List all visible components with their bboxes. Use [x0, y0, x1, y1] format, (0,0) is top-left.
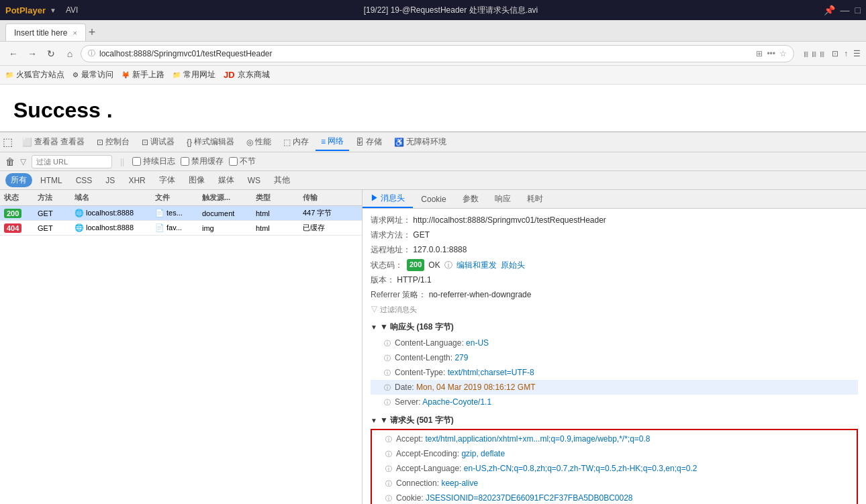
- type-ws-button[interactable]: WS: [242, 174, 266, 187]
- header-name: Date:: [395, 381, 414, 393]
- sync-icon[interactable]: ↑: [844, 49, 848, 58]
- bookmark-label: 最常访问: [81, 69, 113, 81]
- network-types-bar: 所有 HTML CSS JS XHR 字体 图像 媒体 WS 其他: [0, 171, 866, 190]
- devtools-tab-storage[interactable]: 🗄 存储: [350, 134, 387, 150]
- star-icon[interactable]: ☆: [779, 49, 787, 58]
- header-value: gzip, deflate: [459, 448, 505, 460]
- menu-icon[interactable]: ☰: [853, 49, 861, 58]
- devtools-tab-inspector[interactable]: ⬜ 查看器查看器: [17, 134, 90, 150]
- method-cell-404: GET: [34, 224, 70, 232]
- response-headers-section[interactable]: ▼ 响应头 (168 字节): [371, 321, 858, 333]
- type-image-button[interactable]: 图像: [183, 173, 210, 187]
- devtools-tab-console[interactable]: ⊡ 控制台: [91, 134, 135, 150]
- domain-text: localhost:8888: [86, 209, 134, 217]
- version-value: HTTP/1.1: [397, 275, 431, 285]
- back-button[interactable]: ←: [5, 46, 21, 62]
- req-header-connection: ⓘ Connection: keep-alive: [372, 476, 857, 491]
- minimize-button[interactable]: —: [840, 5, 850, 15]
- type-cell-404: html: [252, 224, 299, 232]
- pin-button[interactable]: 📌: [824, 5, 835, 15]
- clear-requests-icon[interactable]: 🗑: [5, 156, 15, 167]
- extensions-icon[interactable]: ⫼⫼⫼: [802, 49, 826, 58]
- type-html-button[interactable]: HTML: [35, 174, 68, 187]
- title-bar-dropdown-icon[interactable]: ▼: [50, 7, 56, 14]
- request-url-value: http://localhost:8888/Springmvc01/testRe…: [413, 215, 606, 225]
- file-icon: 📄: [155, 209, 164, 217]
- raw-head-button[interactable]: 原始头: [501, 259, 525, 272]
- network-panel: 状态 方法 域名 文件 触发源... 类型 传输 200 GET 🌐: [0, 190, 866, 504]
- method-cell: GET: [34, 209, 70, 217]
- type-media-button[interactable]: 媒体: [213, 173, 240, 187]
- bookmark-firefox-official[interactable]: 📁 火狐官方站点: [5, 69, 64, 81]
- devtools-tab-debugger[interactable]: ⊡ 调试器: [136, 134, 180, 150]
- status-badge-200: 200: [4, 209, 21, 218]
- header-name: Content-Language:: [395, 337, 464, 349]
- bookmark-frequent[interactable]: ⚙ 最常访问: [73, 69, 113, 81]
- refresh-button[interactable]: ↻: [43, 46, 59, 62]
- header-value: Apache-Coyote/1.1: [421, 396, 491, 408]
- tab-close-button[interactable]: ×: [73, 29, 77, 37]
- more-icon[interactable]: •••: [767, 49, 775, 58]
- bookmark-label: 新手上路: [132, 69, 164, 81]
- header-name: Cookie:: [396, 492, 424, 504]
- separator: ||: [120, 157, 124, 166]
- detail-panel: ▶ 消息头 Cookie 参数 响应 耗时 请求网址： http://local…: [363, 190, 866, 504]
- browser-tab[interactable]: Insert title here ×: [5, 23, 86, 41]
- detail-tabs: ▶ 消息头 Cookie 参数 响应 耗时: [363, 190, 866, 209]
- console-icon: ⊡: [97, 138, 103, 147]
- request-method-row: 请求方法： GET: [371, 229, 858, 242]
- detail-tab-cookie[interactable]: Cookie: [413, 192, 454, 207]
- type-xhr-button[interactable]: XHR: [123, 174, 150, 187]
- header-value: keep-alive: [439, 477, 478, 489]
- success-heading: Success .: [13, 98, 853, 123]
- type-cell: html: [252, 209, 299, 217]
- type-css-button[interactable]: CSS: [70, 174, 98, 187]
- bookmark-jingdong[interactable]: JD 京东商城: [224, 69, 270, 81]
- headers-label: 消息头: [381, 193, 405, 203]
- potplayer-logo[interactable]: PotPlayer: [5, 5, 46, 15]
- persist-log-label: 持续日志: [132, 156, 175, 167]
- type-other-button[interactable]: 其他: [269, 173, 295, 187]
- disable-cache-checkbox[interactable]: [181, 157, 189, 166]
- detail-tab-response[interactable]: 响应: [487, 191, 519, 207]
- home-button[interactable]: ⌂: [62, 46, 78, 62]
- devtools-inspect-icon[interactable]: ⬚: [3, 136, 13, 148]
- col-header-transfer: 传输: [299, 193, 352, 203]
- tabs-icon[interactable]: ⊡: [832, 49, 838, 58]
- bookmark-label: 常用网址: [183, 69, 215, 81]
- type-js-button[interactable]: JS: [100, 174, 120, 187]
- status-info-icon[interactable]: ⓘ: [444, 259, 452, 272]
- detail-tab-timing[interactable]: 耗时: [519, 191, 551, 207]
- devtools-tab-style-editor[interactable]: {} 样式编辑器: [181, 134, 240, 150]
- forward-button[interactable]: →: [24, 46, 40, 62]
- devtools-tab-performance[interactable]: ◎ 性能: [241, 134, 277, 150]
- devtools-tab-memory[interactable]: ⬚ 内存: [278, 134, 314, 150]
- request-url-label: 请求网址：: [371, 215, 411, 225]
- address-bar[interactable]: ⓘ localhost:8888/Springmvc01/testRequest…: [81, 45, 794, 62]
- request-row-404[interactable]: 404 GET 🌐 localhost:8888 📄 fav... img ht…: [0, 221, 362, 236]
- maximize-button[interactable]: □: [855, 5, 861, 15]
- type-font-button[interactable]: 字体: [154, 173, 181, 187]
- devtools-tab-accessibility[interactable]: ♿ 无障碍环境: [389, 134, 452, 150]
- req-header-accept: ⓘ Accept: text/html,application/xhtml+xm…: [372, 432, 857, 446]
- bookmark-firefox-icon: 🦊: [122, 71, 130, 79]
- detail-tab-params[interactable]: 参数: [454, 191, 487, 207]
- devtools-tab-network[interactable]: ≡ 网络: [316, 133, 349, 151]
- bookmark-beginner[interactable]: 🦊 新手上路: [122, 69, 164, 81]
- persist-log-checkbox[interactable]: [132, 157, 141, 166]
- request-headers-section[interactable]: ▼ 请求头 (501 字节): [371, 415, 858, 426]
- type-all-button[interactable]: 所有: [5, 173, 32, 187]
- no-throttle-checkbox[interactable]: [229, 157, 238, 166]
- remote-addr-row: 远程地址： 127.0.0.1:8888: [371, 244, 858, 256]
- detail-tab-headers[interactable]: ▶ 消息头: [363, 190, 413, 208]
- edit-resend-button[interactable]: 编辑和重发: [456, 259, 497, 272]
- file-cell: 📄 tes...: [151, 209, 198, 217]
- domain-cell: 🌐 localhost:8888: [70, 209, 151, 217]
- header-info-icon: ⓘ: [385, 464, 392, 474]
- col-header-file: 文件: [151, 193, 198, 203]
- url-filter-input[interactable]: [32, 155, 112, 168]
- qr-icon[interactable]: ⊞: [756, 49, 763, 58]
- bookmark-common[interactable]: 📁 常用网址: [173, 69, 215, 81]
- new-tab-button[interactable]: +: [89, 23, 96, 41]
- request-row-200[interactable]: 200 GET 🌐 localhost:8888 📄 tes... docume…: [0, 206, 362, 221]
